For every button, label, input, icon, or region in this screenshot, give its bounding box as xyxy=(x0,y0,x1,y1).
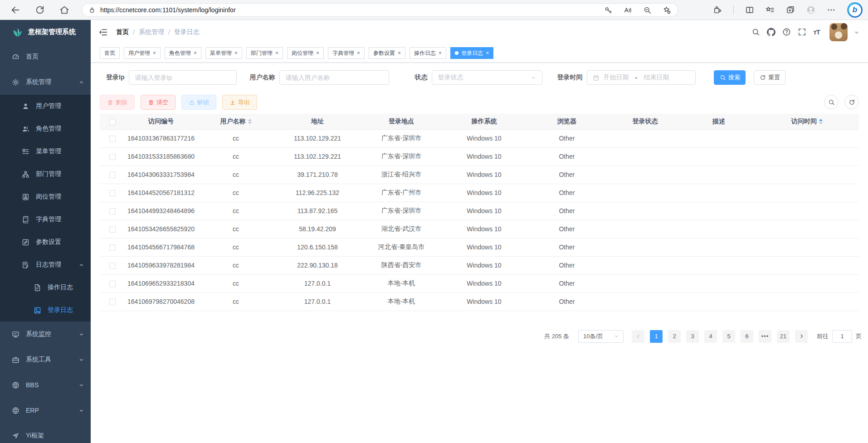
avatar-caret-down-icon[interactable] xyxy=(854,32,859,36)
page-button-5[interactable]: 5 xyxy=(722,330,735,343)
tab-close-icon[interactable]: × xyxy=(486,50,489,56)
page-button-4[interactable]: 4 xyxy=(704,330,717,343)
tab-close-icon[interactable]: × xyxy=(234,50,238,56)
tab-角色管理[interactable]: 角色管理× xyxy=(165,47,201,59)
tab-字典管理[interactable]: 字典管理× xyxy=(328,47,365,59)
site-security-padlock-icon[interactable] xyxy=(88,6,96,14)
page-size-select[interactable]: 10条/页 xyxy=(578,330,624,343)
extensions-icon[interactable] xyxy=(713,5,722,15)
reload-icon[interactable] xyxy=(35,5,45,15)
page-button-21[interactable]: 21 xyxy=(777,330,790,343)
tab-登录日志[interactable]: 登录日志× xyxy=(450,47,493,59)
search-button[interactable]: 搜索 xyxy=(714,70,746,85)
tab-close-icon[interactable]: × xyxy=(153,50,156,56)
next-page-button[interactable] xyxy=(795,330,808,343)
login-ip-input[interactable] xyxy=(135,74,231,81)
page-button-3[interactable]: 3 xyxy=(686,330,699,343)
zoom-out-icon[interactable] xyxy=(643,6,652,15)
export-button[interactable]: 导出 xyxy=(222,95,257,110)
sidebar-item-角色管理[interactable]: 角色管理 xyxy=(0,117,91,140)
row-checkbox[interactable] xyxy=(109,172,116,178)
date-range-picker[interactable]: 开始日期 - 结束日期 xyxy=(587,70,696,85)
help-icon[interactable] xyxy=(782,28,791,36)
row-checkbox[interactable] xyxy=(109,299,116,305)
tab-close-icon[interactable]: × xyxy=(439,50,442,56)
address-bar[interactable]: https://ccnetcore.com:1101/system/log/lo… xyxy=(82,3,678,17)
password-key-icon[interactable] xyxy=(604,6,613,15)
row-checkbox[interactable] xyxy=(109,154,116,160)
sidebar-item-首页[interactable]: 首页 xyxy=(0,44,91,69)
sidebar-item-日志管理[interactable]: 日志管理 xyxy=(0,253,91,276)
favorites-bar-icon[interactable] xyxy=(766,5,775,15)
sort-caret-icon[interactable] xyxy=(248,119,252,124)
breadcrumb-item[interactable]: 登录日志 xyxy=(174,28,200,36)
row-checkbox[interactable] xyxy=(109,136,116,142)
status-select[interactable]: 登录状态 xyxy=(432,70,542,85)
sidebar-item-部门管理[interactable]: 部门管理 xyxy=(0,163,91,185)
row-checkbox[interactable] xyxy=(109,281,116,287)
reset-button[interactable]: 重置 xyxy=(754,70,785,85)
tab-close-icon[interactable]: × xyxy=(194,50,197,56)
sort-caret-icon[interactable] xyxy=(819,119,823,124)
font-size-icon[interactable]: тT xyxy=(813,28,820,36)
browser-profile-icon[interactable] xyxy=(806,5,815,15)
sidebar-item-用户管理[interactable]: 用户管理 xyxy=(0,95,91,117)
sidebar-fold-icon[interactable] xyxy=(98,27,108,37)
home-icon[interactable] xyxy=(59,5,69,15)
tab-close-icon[interactable]: × xyxy=(398,50,401,56)
tab-close-icon[interactable]: × xyxy=(316,50,319,56)
favorite-add-icon[interactable] xyxy=(663,6,671,15)
tab-close-icon[interactable]: × xyxy=(357,50,360,56)
previous-page-button[interactable] xyxy=(632,330,644,343)
row-checkbox[interactable] xyxy=(109,190,116,196)
back-icon[interactable] xyxy=(10,5,20,15)
tab-菜单管理[interactable]: 菜单管理× xyxy=(205,47,242,59)
header-search-icon[interactable] xyxy=(751,28,760,36)
user-avatar[interactable] xyxy=(829,23,848,41)
sidebar-item-系统管理[interactable]: 系统管理 xyxy=(0,69,91,95)
tab-参数设置[interactable]: 参数设置× xyxy=(369,47,405,59)
read-aloud-icon[interactable] xyxy=(624,6,632,15)
username-input[interactable] xyxy=(285,74,383,81)
tab-用户管理[interactable]: 用户管理× xyxy=(124,47,161,59)
more-menu-icon[interactable] xyxy=(827,5,836,15)
tab-岗位管理[interactable]: 岗位管理× xyxy=(287,47,324,59)
sidebar-item-操作日志[interactable]: 操作日志 xyxy=(0,276,91,299)
breadcrumb-item[interactable]: 系统管理 xyxy=(139,28,164,36)
breadcrumb-item[interactable]: 首页 xyxy=(116,28,129,36)
sidebar-item-ERP[interactable]: ERP xyxy=(0,398,91,423)
select-all-checkbox[interactable] xyxy=(109,119,116,125)
column-header-访问时间[interactable]: 访问时间 xyxy=(755,114,859,129)
sidebar-item-Yi框架[interactable]: Yi框架 xyxy=(0,423,91,443)
sidebar-item-BBS[interactable]: BBS xyxy=(0,372,91,398)
tab-操作日志[interactable]: 操作日志× xyxy=(410,47,446,59)
pager-ellipsis[interactable]: ••• xyxy=(759,330,771,343)
delete-button[interactable]: 删除 xyxy=(100,95,135,110)
row-checkbox[interactable] xyxy=(109,226,116,233)
clear-button[interactable]: 清空 xyxy=(141,95,176,110)
goto-page-input[interactable] xyxy=(832,330,852,343)
bing-chat-icon[interactable]: b xyxy=(847,2,863,18)
show-search-button[interactable] xyxy=(824,95,839,109)
collections-icon[interactable] xyxy=(786,5,795,15)
sidebar-item-系统监控[interactable]: 系统监控 xyxy=(0,321,91,347)
row-checkbox[interactable] xyxy=(109,263,116,269)
github-icon[interactable] xyxy=(767,28,775,36)
sidebar-item-系统工具[interactable]: 系统工具 xyxy=(0,347,91,372)
refresh-table-button[interactable] xyxy=(844,95,859,109)
tab-close-icon[interactable]: × xyxy=(275,50,278,56)
unlock-button[interactable]: 解锁 xyxy=(181,95,216,110)
sidebar-item-字典管理[interactable]: 字典管理 xyxy=(0,208,91,231)
fullscreen-icon[interactable] xyxy=(798,28,806,36)
row-checkbox[interactable] xyxy=(109,208,116,214)
sidebar-item-岗位管理[interactable]: 岗位管理 xyxy=(0,185,91,208)
page-button-1[interactable]: 1 xyxy=(650,330,663,343)
split-screen-icon[interactable] xyxy=(745,5,754,15)
tab-部门管理[interactable]: 部门管理× xyxy=(246,47,283,59)
sidebar-item-菜单管理[interactable]: 菜单管理 xyxy=(0,140,91,163)
sidebar-item-参数设置[interactable]: 参数设置 xyxy=(0,231,91,253)
column-header-用户名称[interactable]: 用户名称 xyxy=(197,114,274,129)
page-button-6[interactable]: 6 xyxy=(741,330,753,343)
sidebar-item-登录日志[interactable]: 登录日志 xyxy=(0,299,91,321)
tab-首页[interactable]: 首页 xyxy=(100,47,120,59)
